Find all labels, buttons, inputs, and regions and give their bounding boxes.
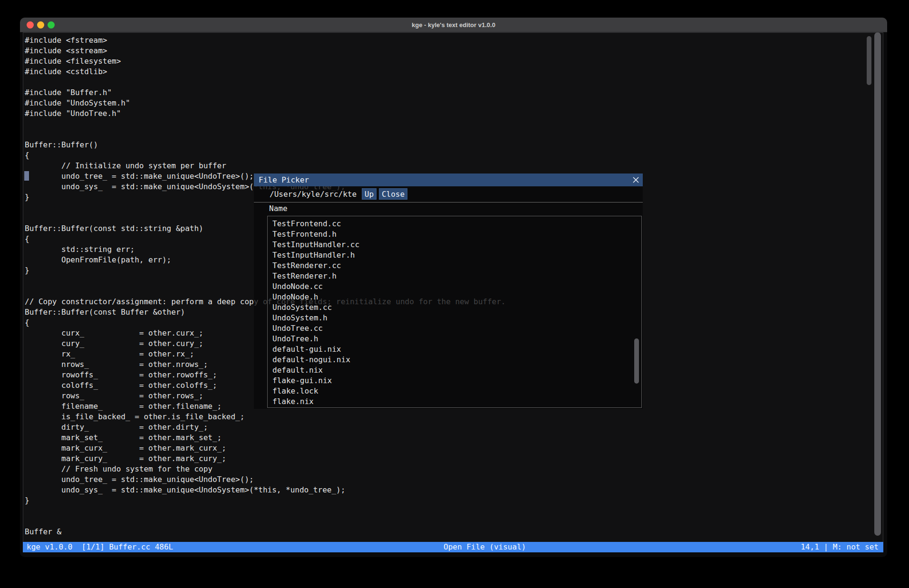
code-line[interactable]: Buffer & bbox=[25, 527, 883, 537]
close-icon[interactable] bbox=[630, 175, 641, 185]
code-line[interactable] bbox=[25, 516, 883, 527]
file-list-item[interactable]: TestInputHandler.cc bbox=[268, 240, 641, 250]
status-mode: Open File (visual) bbox=[444, 542, 526, 552]
code-line[interactable]: #include <fstream> bbox=[25, 35, 883, 46]
code-line[interactable]: dirty_ = other.dirty_; bbox=[25, 422, 883, 433]
status-file-info: kge v1.0.0 [1/1] Buffer.cc 486L bbox=[27, 542, 173, 552]
status-bar: kge v1.0.0 [1/1] Buffer.cc 486L Open Fil… bbox=[23, 542, 883, 552]
code-line[interactable]: is_file_backed_ = other.is_file_backed_; bbox=[25, 412, 883, 422]
file-list-item[interactable]: default-gui.nix bbox=[268, 344, 641, 355]
code-line[interactable]: #include "UndoTree.h" bbox=[25, 108, 883, 119]
file-list-item[interactable]: UndoTree.cc bbox=[268, 323, 641, 334]
file-picker-titlebar: File Picker bbox=[254, 174, 643, 186]
code-line[interactable]: // Initialize undo system per buffer bbox=[25, 161, 883, 171]
file-list-item[interactable]: TestInputHandler.h bbox=[268, 250, 641, 260]
close-button[interactable]: Close bbox=[379, 188, 407, 200]
code-line[interactable] bbox=[25, 129, 883, 140]
dialog-separator bbox=[254, 202, 643, 202]
window-title: kge - kyle's text editor v1.0.0 bbox=[20, 18, 887, 32]
file-list-item[interactable]: TestFrontend.h bbox=[268, 229, 641, 240]
file-list-item[interactable]: UndoSystem.cc bbox=[268, 302, 641, 313]
code-line[interactable]: #include <sstream> bbox=[25, 46, 883, 56]
code-line[interactable]: #include <cstdlib> bbox=[25, 67, 883, 77]
code-line[interactable] bbox=[25, 77, 883, 87]
window-scrollbar-track[interactable] bbox=[874, 32, 881, 536]
file-picker-dialog: File Picker /Users/kyle/src/kte Up Close… bbox=[254, 174, 643, 409]
up-button[interactable]: Up bbox=[362, 188, 377, 200]
file-list-item[interactable]: default-nogui.nix bbox=[268, 355, 641, 365]
code-line[interactable]: // Fresh undo system for the copy bbox=[25, 464, 883, 474]
file-list-item[interactable]: TestFrontend.cc bbox=[268, 219, 641, 229]
code-line[interactable]: mark_set_ = other.mark_set_; bbox=[25, 433, 883, 443]
file-list-item[interactable]: UndoSystem.h bbox=[268, 313, 641, 323]
file-list-box: TestFrontend.ccTestFrontend.hTestInputHa… bbox=[267, 216, 642, 408]
name-column-header: Name bbox=[269, 203, 288, 214]
path-row: /Users/kyle/src/kte Up Close bbox=[254, 186, 643, 202]
code-line[interactable] bbox=[25, 119, 883, 129]
file-list-item[interactable]: UndoNode.h bbox=[268, 292, 641, 302]
current-path: /Users/kyle/src/kte bbox=[270, 189, 357, 200]
code-line[interactable]: } bbox=[25, 495, 883, 506]
file-list-item[interactable]: default.nix bbox=[268, 365, 641, 376]
status-cursor-position: 14,1 | M: not set bbox=[801, 542, 879, 552]
code-line[interactable]: #include <filesystem> bbox=[25, 56, 883, 67]
file-picker-title: File Picker bbox=[254, 175, 309, 184]
file-list-item[interactable]: UndoTree.h bbox=[268, 334, 641, 344]
window-titlebar[interactable]: kge - kyle's text editor v1.0.0 bbox=[20, 18, 887, 32]
file-list-item[interactable]: TestRenderer.h bbox=[268, 271, 641, 281]
file-list-item[interactable]: flake.lock bbox=[268, 386, 641, 396]
file-list-item[interactable]: flake-gui.nix bbox=[268, 376, 641, 386]
code-line[interactable] bbox=[25, 506, 883, 516]
code-line[interactable]: mark_curx_ = other.mark_curx_; bbox=[25, 443, 883, 453]
file-list-item[interactable]: TestRenderer.cc bbox=[268, 260, 641, 271]
code-line[interactable]: #include "Buffer.h" bbox=[25, 87, 883, 98]
code-line[interactable]: { bbox=[25, 150, 883, 161]
code-line[interactable]: mark_cury_ = other.mark_cury_; bbox=[25, 453, 883, 464]
code-line[interactable]: undo_tree_ = std::make_unique<UndoTree>(… bbox=[25, 474, 883, 485]
file-list: TestFrontend.ccTestFrontend.hTestInputHa… bbox=[268, 216, 641, 407]
code-line[interactable]: Buffer::Buffer() bbox=[25, 140, 883, 150]
text-cursor bbox=[24, 171, 29, 181]
file-list-scrollbar-thumb[interactable] bbox=[634, 338, 639, 384]
file-list-item[interactable]: flake.nix bbox=[268, 396, 641, 407]
editor-scrollbar-thumb[interactable] bbox=[867, 36, 871, 85]
code-line[interactable]: undo_sys_ = std::make_unique<UndoSystem>… bbox=[25, 485, 883, 495]
file-list-item[interactable]: UndoNode.cc bbox=[268, 281, 641, 292]
code-line[interactable]: #include "UndoSystem.h" bbox=[25, 98, 883, 108]
